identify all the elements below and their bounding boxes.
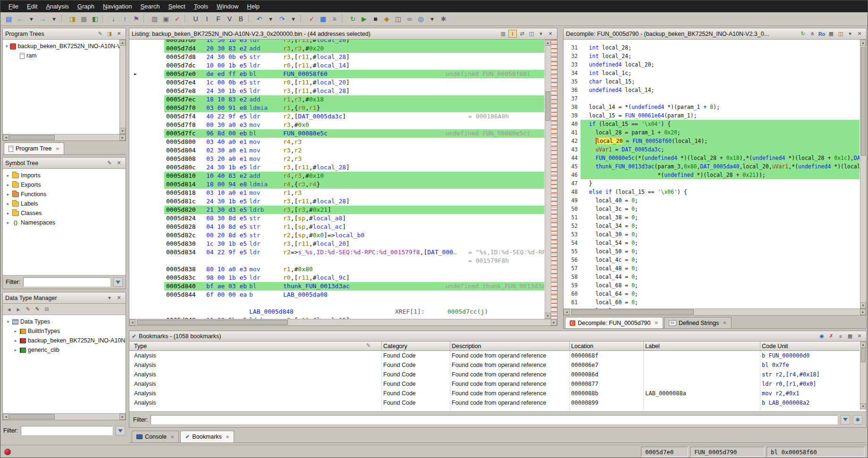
toggle-icon[interactable]: ▸ bbox=[13, 348, 18, 352]
listing-row[interactable]: 0005d83880 10 a0 e3movr1,#0x80 bbox=[129, 265, 544, 274]
decompile-hscroll[interactable]: ◂ ▸ bbox=[564, 308, 866, 315]
stop-icon[interactable]: ■ bbox=[370, 14, 381, 25]
menu-help[interactable]: Help bbox=[243, 1, 264, 11]
listing-vscroll[interactable]: ▴ ▾ bbox=[545, 40, 551, 319]
listing-row[interactable]: 0005d82021 30 d3 e5ldrbr3,[r3,#0x21] bbox=[129, 206, 544, 214]
decompile-line[interactable]: 40 if (local_15 == '\x04') { bbox=[564, 120, 860, 128]
bookmark-row[interactable]: AnalysisFound CodeFound code from operan… bbox=[129, 389, 860, 398]
menu-tools[interactable]: Tools bbox=[190, 1, 212, 11]
listing-label-row[interactable]: LAB_0005d848XREF[1]:0005d7cc(j) bbox=[129, 308, 544, 316]
symbol-tree-filter-input[interactable] bbox=[23, 277, 110, 287]
cursor-location-toggle[interactable]: I bbox=[508, 30, 517, 38]
scroll-left-icon[interactable]: ◂ bbox=[564, 309, 570, 315]
listing-row[interactable]: 0005d8301c 30 1b e5ldrr3,[r11,#local_20] bbox=[129, 240, 544, 248]
tab-defined-strings[interactable]: 01Defined Strings✕ bbox=[664, 317, 732, 328]
decompile-line[interactable]: 60 local_64 = 0; bbox=[564, 290, 860, 298]
scroll-thumb[interactable] bbox=[861, 47, 866, 156]
decompile-vscroll[interactable]: ▴ ▾ bbox=[860, 40, 866, 308]
toggle-icon[interactable]: ▸ bbox=[13, 329, 18, 333]
listing-row[interactable]: 0005d81c24 30 1b e5ldrr3,[r11,#local_28] bbox=[129, 197, 544, 206]
dtm-header[interactable]: Data Type Manager ▾✕ bbox=[3, 292, 126, 304]
previous-datatype-icon[interactable]: ◄ bbox=[5, 305, 13, 313]
listing-row[interactable]: 0005d80003 40 a0 e1movr4,r3 bbox=[129, 138, 544, 146]
toggle-icon[interactable]: ▸ bbox=[6, 173, 10, 178]
close-icon[interactable]: ✕ bbox=[855, 332, 864, 340]
decompile-line[interactable]: 38 local_14 = *(undefined4 *)(param_1 + … bbox=[564, 103, 860, 111]
redo-icon[interactable]: ↷ bbox=[277, 14, 287, 25]
decompile-line[interactable]: 52 local_34 = 0; bbox=[564, 222, 860, 230]
dtm-hscroll[interactable]: ◂ ▸ bbox=[3, 413, 126, 420]
listing-row[interactable]: = 001579F8h bbox=[129, 257, 544, 265]
go-down-icon[interactable]: ↓ bbox=[108, 14, 119, 25]
decompile-line[interactable]: 46 *(undefined *)(local_28 + 0x21)); bbox=[564, 171, 860, 179]
scroll-right-icon[interactable]: ▸ bbox=[119, 134, 126, 141]
union-tool-icon[interactable]: U bbox=[190, 14, 201, 25]
decompile-line[interactable]: 53 local_30 = 0; bbox=[564, 230, 860, 239]
copy-icon[interactable]: ▥ bbox=[149, 14, 160, 25]
decompile-line[interactable]: 44 FUN_00080e5c(*(undefined4 *)(local_28… bbox=[564, 154, 860, 162]
listing-row[interactable]: 0005d7fc96 8d 00 ebblFUN_00080e5cundefin… bbox=[129, 129, 544, 138]
save-icon[interactable]: ▤ bbox=[3, 14, 14, 25]
dtm-item-generic-clib[interactable]: ▸generic_clib bbox=[3, 345, 126, 355]
listing-row[interactable]: 0005d81803 10 a0 e1movr1,r3 bbox=[129, 189, 544, 197]
scroll-thumb[interactable] bbox=[137, 320, 288, 325]
symbol-tree-item-classes[interactable]: ▸Classes bbox=[3, 208, 126, 218]
listing-row[interactable]: 0005d8446f 00 00 eabLAB_0005da08 bbox=[129, 291, 544, 299]
status-indicator-icon[interactable] bbox=[4, 449, 11, 455]
decompile-line[interactable]: 42 local_20 = FUN_00058f60(local_14); bbox=[564, 137, 860, 145]
listing-row[interactable]: 0005d7e824 30 1b e5ldrr3,[r11,#local_28] bbox=[129, 87, 544, 95]
undo-icon[interactable]: ↶ bbox=[254, 14, 265, 25]
edit-icon[interactable]: ✎ bbox=[96, 30, 104, 38]
symbol-tree-item-labels[interactable]: ▸Labels bbox=[3, 199, 126, 208]
listing-row[interactable]: 0005d81418 00 94 e8ldmiar4,{r3,r4} bbox=[129, 180, 544, 189]
back-menu-icon[interactable]: ▾ bbox=[26, 14, 37, 25]
tab-bookmarks[interactable]: ✔Bookmarks✕ bbox=[180, 431, 234, 442]
search-icon[interactable]: ◎ bbox=[415, 14, 426, 25]
table-icon[interactable]: ▦ bbox=[846, 332, 854, 340]
program-trees-header[interactable]: Program Trees ✎◨✕ bbox=[3, 28, 126, 40]
scroll-up-icon[interactable]: ▴ bbox=[860, 341, 866, 348]
bookmark-row[interactable]: AnalysisFound CodeFound code from operan… bbox=[129, 398, 860, 408]
pencil-icon[interactable]: ✎ bbox=[105, 159, 114, 167]
close-icon[interactable]: ✕ bbox=[723, 320, 726, 325]
bookmark-row[interactable]: AnalysisFound CodeFound code from operan… bbox=[129, 370, 860, 379]
listing-row[interactable]: 0005d80c24 30 1b e5ldrr3,[r11,#local_28] bbox=[129, 163, 544, 172]
close-icon[interactable]: ✕ bbox=[170, 434, 174, 440]
snapshot-icon[interactable]: ◫ bbox=[836, 30, 845, 38]
column-separator[interactable] bbox=[760, 341, 760, 350]
menu-select[interactable]: Select bbox=[164, 1, 190, 11]
next-datatype-icon[interactable]: ► bbox=[14, 305, 23, 313]
listing-row[interactable]: 0005d840bf ae 03 ebblthunk_FUN_0013d3acu… bbox=[129, 282, 544, 291]
menu-window[interactable]: Window bbox=[212, 1, 243, 11]
program-tree-item-ram[interactable]: ram bbox=[3, 51, 119, 60]
close-icon[interactable]: ✕ bbox=[226, 434, 229, 440]
dtm-item-builtintypes[interactable]: ▸BuiltInTypes bbox=[3, 326, 126, 336]
scroll-left-icon[interactable]: ◂ bbox=[3, 134, 9, 141]
decompile-line[interactable]: 54 local_54 = 0; bbox=[564, 239, 860, 247]
decompile-header[interactable]: Decompile: FUN_0005d790 - (backup_beken_… bbox=[564, 28, 866, 40]
clone-icon[interactable]: ▦ bbox=[827, 30, 835, 38]
toggle-icon[interactable]: ▾ bbox=[6, 44, 8, 49]
byte-tool-icon[interactable]: B bbox=[236, 14, 246, 25]
menu-search[interactable]: Search bbox=[136, 1, 164, 11]
decompile-line[interactable]: 58 local_44 = 0; bbox=[564, 273, 860, 281]
listing-hscroll[interactable]: ◂ ▸ bbox=[129, 319, 557, 325]
settings-icon[interactable]: ✱ bbox=[438, 14, 449, 25]
decompile-line[interactable]: 47 } bbox=[564, 179, 860, 188]
decompile-line[interactable]: 32 int local_24; bbox=[564, 52, 860, 60]
instruction-tool-icon[interactable]: I bbox=[202, 14, 212, 25]
listing-row[interactable]: 0005d7f003 00 91 e8ldmiar1,{r0,r1} bbox=[129, 104, 544, 112]
listing-row[interactable]: 0005d83c98 00 1b e5ldrr0,[r11,#local_9c] bbox=[129, 274, 544, 282]
menu-icon[interactable]: ▾ bbox=[537, 30, 545, 38]
search-menu-icon[interactable]: ▾ bbox=[427, 14, 438, 25]
pencil-icon[interactable]: ✎ bbox=[33, 305, 42, 313]
run-script-icon[interactable]: ▶ bbox=[359, 14, 370, 25]
decompile-line[interactable]: 45 thunk_FUN_0013d3ac(param_3,0x80,DAT_0… bbox=[564, 162, 860, 171]
dtm-item-data-types[interactable]: ▾Data Types bbox=[3, 317, 126, 326]
refresh-icon[interactable]: ↻ bbox=[347, 14, 358, 25]
toggle-icon[interactable]: ▸ bbox=[6, 201, 10, 206]
decompile-line[interactable]: 36 undefined4 local_14; bbox=[564, 86, 860, 94]
structure-icon[interactable]: ≡ bbox=[329, 14, 340, 25]
scroll-right-icon[interactable]: ▸ bbox=[551, 319, 557, 325]
symbol-tree-item-exports[interactable]: ▸Exports bbox=[3, 180, 126, 190]
